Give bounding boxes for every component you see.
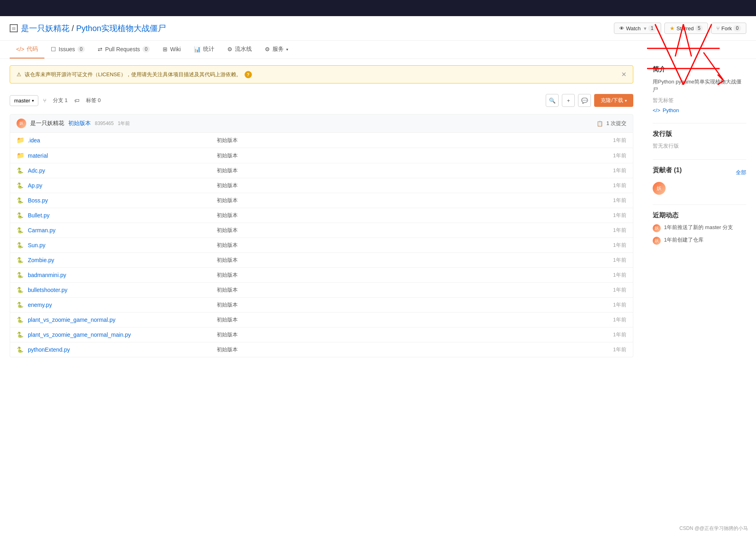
file-name-link[interactable]: .idea	[28, 137, 217, 144]
clone-label: 克隆/下载	[601, 97, 623, 104]
file-time: 1年前	[594, 271, 626, 279]
file-type-icon: 🐍	[17, 302, 25, 308]
tab-issues[interactable]: ☐ Issues 0	[44, 41, 91, 58]
file-name-link[interactable]: material	[28, 152, 217, 159]
activity-text-0: 1年前推送了新的 master 分支	[664, 224, 733, 231]
file-commit-msg: 初始版本	[217, 286, 594, 294]
repo-owner-link[interactable]: 是一只妖精花	[21, 24, 69, 33]
file-time: 1年前	[594, 182, 626, 189]
tab-stats[interactable]: 📊 统计	[187, 41, 221, 58]
service-icon: ⚙	[265, 46, 270, 52]
list-item: 🐍 pythonExtend.py 初始版本 1年前	[10, 342, 633, 357]
py-file-icon: 🐍	[17, 167, 23, 174]
branch-count: 分支 1	[53, 97, 68, 104]
py-file-icon: 🐍	[17, 287, 23, 293]
activity-avatar-1: 妖	[653, 237, 661, 245]
file-name-link[interactable]: Bullet.py	[28, 212, 217, 219]
repo-name-link[interactable]: Python实现植物大战僵尸	[76, 24, 166, 33]
file-name-link[interactable]: Carman.py	[28, 227, 217, 234]
list-item: 🐍 Boss.py 初始版本 1年前	[10, 193, 633, 208]
plus-icon: +	[567, 98, 570, 104]
sidebar-release: 发行版 暂无发行版	[653, 130, 746, 150]
watermark: CSDN @@正在学习驰骋的小马	[679, 525, 748, 532]
sidebar-intro-title: 简介	[653, 65, 746, 74]
file-name-link[interactable]: Ap.py	[28, 182, 217, 189]
contributor-avatar[interactable]: 妖	[653, 182, 666, 195]
watch-label: Watch	[626, 25, 641, 31]
watch-count: 1	[648, 25, 656, 31]
list-item: 🐍 Carman.py 初始版本 1年前	[10, 223, 633, 238]
warning-content: ⚠ 该仓库未声明开源许可证文件（LICENSE），使用请先关注具体项目描述及其代…	[17, 71, 252, 78]
file-name-link[interactable]: pythonExtend.py	[28, 346, 217, 353]
stats-icon: 📊	[194, 46, 201, 52]
tab-pipeline[interactable]: ⚙ 流水线	[221, 41, 258, 58]
file-commit-msg: 初始版本	[217, 242, 594, 249]
py-file-icon: 🐍	[17, 197, 23, 204]
file-name-link[interactable]: Boss.py	[28, 197, 217, 204]
commits-icon: 📋	[597, 121, 603, 127]
file-type-icon: 🐍	[17, 242, 25, 248]
file-commit-msg: 初始版本	[217, 256, 594, 264]
pr-icon: ⇄	[98, 46, 103, 52]
file-name-link[interactable]: Sun.py	[28, 242, 217, 248]
commit-message: 初始版本	[68, 120, 91, 127]
repo-actions: 👁 Watch ▾ 1 ★ Starred 5 ⑂ Fork 0	[614, 23, 746, 34]
commit-hash: 8395465	[95, 121, 114, 126]
activity-item-0: 妖 1年前推送了新的 master 分支	[653, 224, 746, 232]
star-button[interactable]: ★ Starred 5	[664, 23, 708, 34]
title-separator: /	[72, 24, 74, 33]
sidebar-language-link[interactable]: </> Python	[653, 107, 746, 113]
file-time: 1年前	[594, 301, 626, 309]
file-type-icon: 🐍	[17, 346, 25, 353]
tab-issues-label: Issues	[59, 46, 75, 52]
warning-close-button[interactable]: ✕	[621, 71, 626, 78]
file-name-link[interactable]: plant_vs_zoomie_game_normal_main.py	[28, 332, 217, 338]
watch-button[interactable]: 👁 Watch ▾ 1	[614, 23, 661, 34]
fork-button[interactable]: ⑂ Fork 0	[711, 23, 746, 34]
file-type-icon: 🐍	[17, 257, 25, 263]
tab-code[interactable]: </> 代码	[10, 41, 44, 58]
folder-icon: 📁	[17, 152, 25, 159]
sidebar-no-tags: 暂无标签	[653, 97, 746, 104]
search-button[interactable]: 🔍	[546, 94, 559, 107]
warning-text: 该仓库未声明开源许可证文件（LICENSE），使用请先关注具体项目描述及其代码上…	[25, 71, 241, 78]
branch-name: master	[14, 98, 30, 104]
list-item: 🐍 plant_vs_zoomie_game_normal_main.py 初始…	[10, 327, 633, 342]
file-commit-msg: 初始版本	[217, 301, 594, 309]
file-name-link[interactable]: plant_vs_zoomie_game_normal.py	[28, 317, 217, 323]
file-type-icon: 📁	[17, 136, 25, 144]
sidebar-no-release: 暂无发行版	[653, 142, 746, 150]
clone-button[interactable]: 克隆/下载 ▾	[594, 94, 633, 107]
file-name-link[interactable]: bulletshooter.py	[28, 287, 217, 293]
branch-select[interactable]: master ▾	[10, 95, 38, 106]
py-file-icon: 🐍	[17, 317, 23, 323]
file-time: 1年前	[594, 212, 626, 219]
tab-service[interactable]: ⚙ 服务 ▾	[258, 41, 295, 58]
contributors-all-link[interactable]: 全部	[736, 169, 746, 176]
help-icon[interactable]: ?	[245, 71, 252, 78]
sidebar-contributors-title: 贡献者 (1)	[653, 166, 682, 175]
star-count: 5	[695, 25, 703, 31]
file-commit-msg: 初始版本	[217, 167, 594, 174]
tab-wiki[interactable]: ⊞ Wiki	[156, 41, 187, 58]
tab-pullrequests[interactable]: ⇄ Pull Requests 0	[91, 41, 156, 58]
file-name-link[interactable]: badmanmini.py	[28, 272, 217, 278]
file-name-link[interactable]: enemy.py	[28, 302, 217, 308]
list-item: 🐍 Bullet.py 初始版本 1年前	[10, 208, 633, 223]
commit-time: 1年前	[118, 120, 130, 127]
file-time: 1年前	[594, 167, 626, 174]
comment-button[interactable]: 💬	[578, 94, 591, 107]
clone-chevron-icon: ▾	[625, 98, 627, 103]
file-name-link[interactable]: Zombie.py	[28, 257, 217, 263]
divider-2	[653, 159, 746, 160]
file-type-icon: 🐍	[17, 167, 25, 174]
file-commit-msg: 初始版本	[217, 331, 594, 338]
file-name-link[interactable]: Adc.py	[28, 167, 217, 174]
sidebar-activity-title: 近期动态	[653, 211, 746, 220]
top-bar	[0, 0, 756, 16]
tab-code-label: 代码	[27, 46, 38, 53]
commit-left: 妖 是一只妖精花 初始版本 8395465 1年前	[17, 119, 130, 128]
add-file-button[interactable]: +	[562, 94, 575, 107]
divider-1	[653, 123, 746, 123]
file-type-icon: 🐍	[17, 332, 25, 338]
